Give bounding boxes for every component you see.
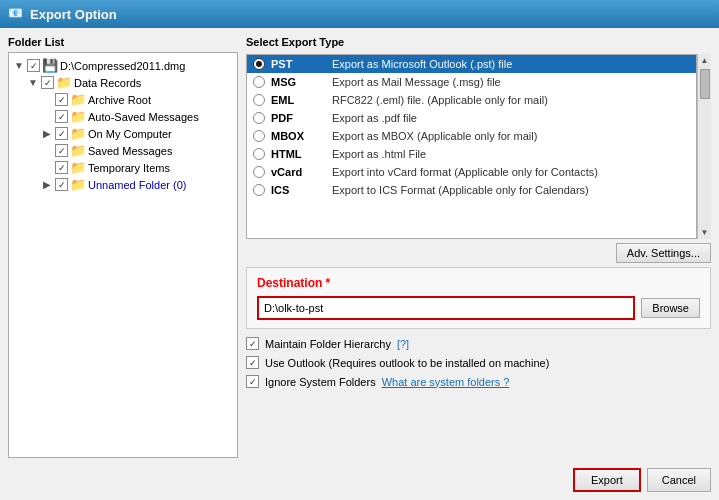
option-row-ignore-system: Ignore System Folders What are system fo… [246, 375, 711, 388]
tree-item-temporary-items[interactable]: 📁 Temporary Items [11, 159, 235, 176]
export-type-row-html[interactable]: HTML Export as .html File [247, 145, 696, 163]
opt-label-maintain-hierarchy: Maintain Folder Hierarchy [265, 338, 391, 350]
radio-html[interactable] [253, 148, 265, 160]
right-panel: Select Export Type PST Export as Microso… [246, 36, 711, 458]
export-type-row-pdf[interactable]: PDF Export as .pdf file [247, 109, 696, 127]
export-type-row-pst[interactable]: PST Export as Microsoft Outlook (.pst) f… [247, 55, 696, 73]
tree-label-root: D:\Compressed2011.dmg [60, 60, 185, 72]
checkbox-auto-saved[interactable] [55, 110, 68, 123]
scroll-up-arrow[interactable]: ▲ [699, 54, 711, 67]
folder-icon-unnamed-folder: 📁 [70, 177, 86, 192]
radio-vcard[interactable] [253, 166, 265, 178]
expand-icon-root[interactable]: ▼ [13, 60, 25, 71]
checkbox-archive-root[interactable] [55, 93, 68, 106]
export-label-pdf: PDF [271, 112, 326, 124]
folder-icon-auto-saved: 📁 [70, 109, 86, 124]
tree-item-unnamed-folder[interactable]: ▶ 📁 Unnamed Folder (0) [11, 176, 235, 193]
export-type-row-ics[interactable]: ICS Export to ICS Format (Applicable onl… [247, 181, 696, 199]
tree-label-temporary-items: Temporary Items [88, 162, 170, 174]
checkbox-maintain-hierarchy[interactable] [246, 337, 259, 350]
tree-label-on-my-computer: On My Computer [88, 128, 172, 140]
tree-item-saved-messages[interactable]: 📁 Saved Messages [11, 142, 235, 159]
export-type-row-eml[interactable]: EML RFC822 (.eml) file. (Applicable only… [247, 91, 696, 109]
export-label-mbox: MBOX [271, 130, 326, 142]
tree-item-archive-root[interactable]: 📁 Archive Root [11, 91, 235, 108]
export-label-eml: EML [271, 94, 326, 106]
opt-label-use-outlook: Use Outlook (Requires outlook to be inst… [265, 357, 549, 369]
radio-pdf[interactable] [253, 112, 265, 124]
export-type-list[interactable]: PST Export as Microsoft Outlook (.pst) f… [246, 54, 697, 239]
panels-row: Folder List ▼ 💾 D:\Compressed2011.dmg ▼ … [8, 36, 711, 458]
export-button[interactable]: Export [573, 468, 641, 492]
expand-icon-saved-messages [41, 145, 53, 156]
export-label-html: HTML [271, 148, 326, 160]
folder-icon-saved-messages: 📁 [70, 143, 86, 158]
adv-btn-row: Adv. Settings... [246, 243, 711, 263]
export-type-row-msg[interactable]: MSG Export as Mail Message (.msg) file [247, 73, 696, 91]
checkbox-root[interactable] [27, 59, 40, 72]
expand-icon-temporary-items [41, 162, 53, 173]
expand-icon-archive-root [41, 94, 53, 105]
folder-list-box[interactable]: ▼ 💾 D:\Compressed2011.dmg ▼ 📁 Data Recor… [8, 52, 238, 458]
main-container: Folder List ▼ 💾 D:\Compressed2011.dmg ▼ … [0, 28, 719, 500]
expand-icon-unnamed-folder[interactable]: ▶ [41, 179, 53, 190]
export-desc-ics: Export to ICS Format (Applicable only fo… [332, 184, 589, 196]
export-type-row-vcard[interactable]: vCard Export into vCard format (Applicab… [247, 163, 696, 181]
options-section: Maintain Folder Hierarchy [?] Use Outloo… [246, 333, 711, 392]
export-type-title: Select Export Type [246, 36, 711, 48]
export-label-pst: PST [271, 58, 326, 70]
export-desc-html: Export as .html File [332, 148, 426, 160]
export-type-scrollbar[interactable]: ▲ ▼ [697, 54, 711, 239]
tree-label-saved-messages: Saved Messages [88, 145, 172, 157]
destination-label: Destination * [257, 276, 700, 290]
radio-msg[interactable] [253, 76, 265, 88]
checkbox-unnamed-folder[interactable] [55, 178, 68, 191]
radio-pst[interactable] [253, 58, 265, 70]
export-label-msg: MSG [271, 76, 326, 88]
checkbox-saved-messages[interactable] [55, 144, 68, 157]
tree-label-archive-root: Archive Root [88, 94, 151, 106]
tree-item-on-my-computer[interactable]: ▶ 📁 On My Computer [11, 125, 235, 142]
scroll-thumb[interactable] [700, 69, 710, 99]
title-bar: 📧 Export Option [0, 0, 719, 28]
radio-eml[interactable] [253, 94, 265, 106]
destination-input[interactable] [257, 296, 635, 320]
expand-icon-data-records[interactable]: ▼ [27, 77, 39, 88]
opt-help-maintain-hierarchy[interactable]: [?] [397, 338, 409, 350]
scroll-down-arrow[interactable]: ▼ [699, 226, 711, 239]
expand-icon-on-my-computer[interactable]: ▶ [41, 128, 53, 139]
checkbox-ignore-system[interactable] [246, 375, 259, 388]
export-desc-pst: Export as Microsoft Outlook (.pst) file [332, 58, 512, 70]
opt-label-ignore-system: Ignore System Folders [265, 376, 376, 388]
export-desc-msg: Export as Mail Message (.msg) file [332, 76, 501, 88]
radio-ics[interactable] [253, 184, 265, 196]
export-desc-mbox: Export as MBOX (Applicable only for mail… [332, 130, 537, 142]
tree-item-auto-saved[interactable]: 📁 Auto-Saved Messages [11, 108, 235, 125]
export-type-row-mbox[interactable]: MBOX Export as MBOX (Applicable only for… [247, 127, 696, 145]
tree-item-root[interactable]: ▼ 💾 D:\Compressed2011.dmg [11, 57, 235, 74]
dest-input-row: Browse [257, 296, 700, 320]
left-panel: Folder List ▼ 💾 D:\Compressed2011.dmg ▼ … [8, 36, 238, 458]
folder-list-title: Folder List [8, 36, 238, 48]
option-row-maintain-hierarchy: Maintain Folder Hierarchy [?] [246, 337, 711, 350]
dialog-title: Export Option [30, 7, 117, 22]
checkbox-use-outlook[interactable] [246, 356, 259, 369]
checkbox-on-my-computer[interactable] [55, 127, 68, 140]
cancel-button[interactable]: Cancel [647, 468, 711, 492]
tree-label-unnamed-folder: Unnamed Folder (0) [88, 179, 186, 191]
adv-settings-button[interactable]: Adv. Settings... [616, 243, 711, 263]
export-desc-vcard: Export into vCard format (Applicable onl… [332, 166, 598, 178]
folder-icon-root: 💾 [42, 58, 58, 73]
checkbox-temporary-items[interactable] [55, 161, 68, 174]
option-row-use-outlook: Use Outlook (Requires outlook to be inst… [246, 356, 711, 369]
radio-mbox[interactable] [253, 130, 265, 142]
opt-link-system-folders[interactable]: What are system folders ? [382, 376, 510, 388]
checkbox-data-records[interactable] [41, 76, 54, 89]
folder-icon-temporary-items: 📁 [70, 160, 86, 175]
browse-button[interactable]: Browse [641, 298, 700, 318]
bottom-buttons-row: Export Cancel [8, 464, 711, 492]
destination-section: Destination * Browse [246, 267, 711, 329]
tree-label-auto-saved: Auto-Saved Messages [88, 111, 199, 123]
required-star: * [325, 276, 330, 290]
tree-item-data-records[interactable]: ▼ 📁 Data Records [11, 74, 235, 91]
